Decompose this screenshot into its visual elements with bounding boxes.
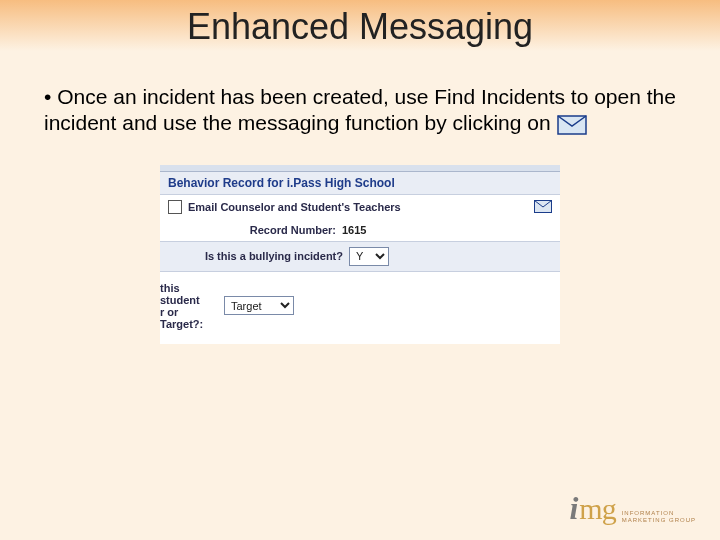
role-row: this student r or Target?: Target: [160, 272, 560, 344]
logo-mg: mg: [579, 494, 615, 524]
behavior-record-header: Behavior Record for i.Pass High School: [160, 172, 560, 195]
role-select[interactable]: Target: [224, 296, 294, 315]
bullying-select[interactable]: Y: [349, 247, 389, 266]
record-number-label: Record Number:: [168, 224, 342, 236]
role-label-line1: this student: [160, 282, 200, 306]
title-band: Enhanced Messaging: [0, 0, 720, 60]
mail-icon[interactable]: [534, 200, 552, 213]
logo-line2: MARKETING GROUP: [622, 517, 696, 523]
mail-icon: [557, 115, 587, 135]
bullying-label: Is this a bullying incident?: [168, 250, 349, 262]
body-text: • Once an incident has been created, use…: [0, 60, 720, 137]
record-number-value: 1615: [342, 224, 366, 236]
role-label: this student r or Target?:: [160, 282, 224, 330]
logo-line1: INFORMATION: [622, 510, 675, 516]
embedded-screenshot: Behavior Record for i.Pass High School E…: [160, 165, 560, 344]
record-number-row: Record Number: 1615: [160, 219, 560, 241]
email-row: Email Counselor and Student's Teachers: [160, 195, 560, 219]
logo-tagline: INFORMATION MARKETING GROUP: [622, 510, 696, 524]
logo-i: i: [569, 492, 578, 524]
img-logo: i mg INFORMATION MARKETING GROUP: [569, 492, 696, 524]
screenshot-top-strip: [160, 165, 560, 172]
role-label-line2: r or Target?:: [160, 306, 203, 330]
bullying-row: Is this a bullying incident? Y: [160, 241, 560, 272]
page-title: Enhanced Messaging: [0, 0, 720, 48]
email-checkbox-label: Email Counselor and Student's Teachers: [188, 201, 401, 213]
email-checkbox[interactable]: [168, 200, 182, 214]
